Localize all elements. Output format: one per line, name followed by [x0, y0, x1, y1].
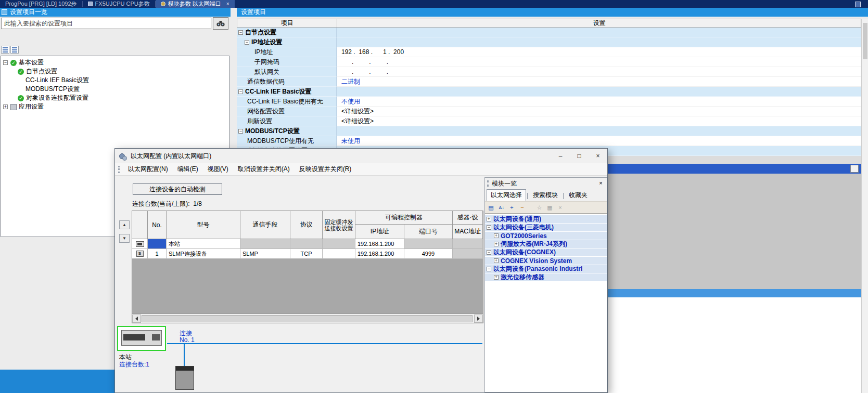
collapse-icon[interactable]: − — [487, 250, 491, 255]
expand-icon[interactable]: + — [494, 242, 499, 246]
move-up-button[interactable]: ▲ — [119, 220, 130, 229]
list-view-icon[interactable] — [1, 46, 9, 54]
tab-search-module[interactable]: 搜索模块 — [529, 189, 562, 201]
settings-row-default-gateway[interactable]: 默认网关 . . . — [237, 67, 861, 77]
module-item-got2000[interactable]: + GOT2000Series — [485, 232, 607, 240]
host-row-no-cell[interactable] — [148, 239, 167, 249]
menu-cancel-and-close[interactable]: 取消设置并关闭(A) — [233, 163, 295, 175]
menu-edit[interactable]: 编辑(E) — [173, 163, 203, 175]
tree-item-application-settings[interactable]: + 应用设置 — [1, 102, 229, 111]
favorite-add-icon[interactable]: ▦ — [545, 203, 554, 212]
collapse-icon[interactable]: − — [487, 267, 491, 271]
scrollbar-thumb[interactable] — [863, 23, 867, 59]
settings-row-cclink-section[interactable]: −CC-Link IEF Basic设置 — [237, 87, 861, 97]
tree-view-icon[interactable] — [10, 46, 19, 54]
favorite-delete-icon[interactable]: × — [556, 203, 565, 212]
tree-item-modbus-tcp[interactable]: MODBUS/TCP设置 — [1, 85, 229, 94]
expand-icon[interactable]: + — [494, 275, 499, 280]
move-down-button[interactable]: ▼ — [119, 234, 130, 243]
collapse-icon[interactable]: − — [238, 129, 243, 134]
host-row-model-cell[interactable]: 本站 — [167, 239, 240, 249]
tab-close-icon[interactable]: × — [226, 2, 229, 7]
slmp-row-icon-cell[interactable]: S — [132, 249, 148, 259]
module-item-servo-mrj4[interactable]: + 伺服放大器(MR-J4系列) — [485, 240, 607, 248]
collapse-all-icon[interactable]: − — [518, 203, 527, 212]
slmp-row-port-cell[interactable]: 4999 — [404, 249, 453, 259]
expand-icon[interactable]: + — [494, 258, 499, 263]
scroll-left-icon[interactable] — [132, 315, 141, 323]
menu-ethernet-config[interactable]: 以太网配置(N) — [123, 163, 173, 175]
minimize-icon[interactable]: – — [551, 149, 570, 163]
value-cell[interactable]: <详细设置> — [337, 107, 861, 116]
tree-item-own-node[interactable]: ✓ 自节点设置 — [1, 67, 229, 76]
collapse-icon[interactable]: − — [487, 225, 491, 230]
module-item-generic[interactable]: + 以太网设备(通用) — [485, 215, 607, 224]
tab-module-parameter-ethernet[interactable]: 模块参数 以太网端口 × — [156, 0, 235, 8]
slmp-connected-device[interactable] — [175, 366, 194, 390]
menu-view[interactable]: 视图(V) — [203, 163, 233, 175]
sort-grid-icon[interactable]: ▤ — [487, 203, 495, 212]
detail-settings-button[interactable] — [850, 165, 859, 173]
settings-row-comm-data-code[interactable]: 通信数据代码 二进制 — [237, 77, 861, 87]
maximize-icon[interactable]: □ — [570, 149, 589, 163]
module-item-cognex-vision[interactable]: + COGNEX Vision System — [485, 257, 607, 265]
tree-item-cclink-ief-basic[interactable]: CC-Link IEF Basic设置 — [1, 76, 229, 85]
value-cell[interactable]: 未使用 — [337, 136, 861, 146]
settings-row-subnet-mask[interactable]: 子网掩码 . . . — [237, 57, 861, 67]
settings-row-network-config[interactable]: 网络配置设置 <详细设置> — [237, 107, 861, 116]
settings-row-own-node[interactable]: −自节点设置 — [237, 28, 861, 37]
settings-row-modbus-use[interactable]: MODBUS/TCP使用有无 未使用 — [237, 136, 861, 146]
host-row-icon-cell[interactable] — [132, 239, 148, 249]
module-item-mitsubishi[interactable]: − 以太网设备(三菱电机) — [485, 224, 607, 232]
dialog-title-bar[interactable]: 以太网配置 (内置以太网端口) – □ × — [115, 149, 607, 163]
slmp-row-ip-cell[interactable]: 192.168.1.200 — [355, 249, 404, 259]
value-cell[interactable]: 192 . 168 . 1 . 200 — [337, 47, 861, 57]
tab-cpu-parameter[interactable]: FX5UJCPU CPU参数 — [83, 0, 155, 8]
settings-row-refresh-settings[interactable]: 刷新设置 <详细设置> — [237, 116, 861, 126]
settings-row-modbus-section[interactable]: −MODBUS/TCP设置 — [237, 126, 861, 136]
expand-all-icon[interactable]: + — [507, 203, 516, 212]
scrollbar-thumb[interactable] — [142, 315, 473, 322]
settings-row-ip-settings[interactable]: −IP地址设置 — [237, 37, 861, 47]
scroll-right-icon[interactable] — [474, 315, 483, 323]
module-list-title-bar[interactable]: 模块一览 × — [485, 178, 607, 189]
module-item-panasonic[interactable]: − 以太网设备(Panasonic Industri — [485, 265, 607, 273]
value-cell[interactable]: <详细设置> — [337, 116, 861, 126]
expand-icon[interactable]: + — [3, 104, 8, 109]
settings-row-ip-address[interactable]: IP地址 192 . 168 . 1 . 200 — [237, 47, 861, 57]
slmp-row-comm-cell[interactable]: SLMP — [240, 249, 290, 259]
host-row-ip-cell[interactable]: 192.168.1.200 — [355, 239, 404, 249]
collapse-icon[interactable]: − — [238, 30, 243, 35]
search-button[interactable] — [213, 17, 228, 30]
settings-row-cclink-use[interactable]: CC-Link IEF Basic使用有无 不使用 — [237, 97, 861, 107]
close-icon[interactable]: × — [589, 149, 607, 163]
window-restore-icon[interactable] — [855, 2, 861, 7]
collapse-icon[interactable]: − — [3, 60, 8, 65]
value-cell[interactable]: 不使用 — [337, 97, 861, 107]
favorite-star-icon[interactable]: ☆ — [535, 203, 544, 212]
slmp-row-model-cell[interactable]: SLMP连接设备 — [167, 249, 240, 259]
value-cell[interactable]: . . . — [337, 67, 861, 77]
tree-item-external-device-config[interactable]: ✓ 对象设备连接配置设置 — [1, 94, 229, 102]
search-input[interactable] — [1, 18, 211, 29]
collapse-icon[interactable]: − — [245, 40, 249, 45]
settings-vertical-scrollbar[interactable] — [861, 19, 868, 393]
slmp-row-no-cell[interactable]: 1 — [148, 249, 167, 259]
sort-az-icon[interactable]: A↓ — [497, 203, 506, 212]
expand-icon[interactable]: + — [487, 217, 491, 221]
tree-item-basic-settings[interactable]: − ✓ 基本设置 — [1, 58, 229, 67]
tab-favorites[interactable]: 收藏夹 — [565, 189, 592, 201]
tab-ethernet-selection[interactable]: 以太网选择 — [487, 189, 526, 201]
table-horizontal-scrollbar[interactable] — [132, 313, 483, 323]
host-station-device[interactable] — [117, 326, 166, 351]
tab-progpou[interactable]: ProgPou [PRG] [LD] 1092步 — [0, 0, 82, 8]
module-item-cognex[interactable]: − 以太网设备(COGNEX) — [485, 248, 607, 257]
menu-reflect-and-close[interactable]: 反映设置并关闭(R) — [295, 163, 356, 175]
expand-icon[interactable]: + — [494, 233, 499, 238]
value-cell[interactable]: 二进制 — [337, 77, 861, 87]
value-cell[interactable]: . . . — [337, 57, 861, 67]
module-item-laser-sensor[interactable]: + 激光位移传感器 — [485, 273, 607, 282]
close-icon[interactable]: × — [597, 179, 605, 187]
collapse-icon[interactable]: − — [238, 89, 243, 94]
slmp-row-protocol-cell[interactable]: TCP — [290, 249, 323, 259]
